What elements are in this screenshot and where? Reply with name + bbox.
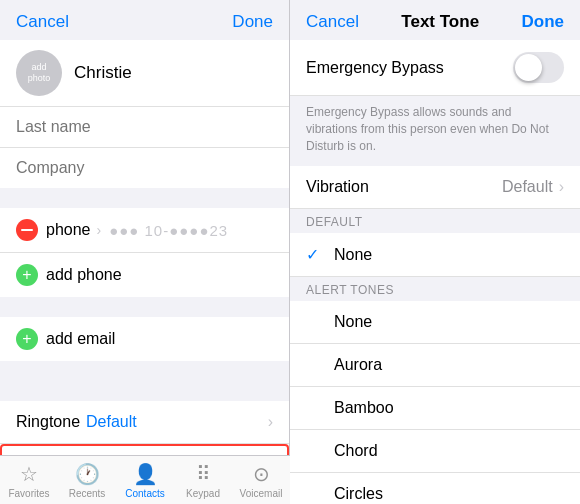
email-section: add email — [0, 317, 289, 361]
phone-number: ●●● 10-●●●●23 — [109, 222, 228, 239]
phone-label: phone — [46, 221, 91, 239]
done-button[interactable]: Done — [232, 12, 273, 32]
contact-first-name: Christie — [74, 63, 132, 83]
alert-tones-section-header: ALERT TONES — [290, 277, 580, 301]
default-section-header: DEFAULT — [290, 209, 580, 233]
ringtone-row[interactable]: Ringtone Default › — [0, 401, 289, 444]
tone-row-chord[interactable]: Chord — [290, 430, 580, 473]
ringtone-label: Ringtone — [16, 413, 80, 431]
alert-tone-list: None Aurora Bamboo Chord Circles Complet… — [290, 301, 580, 504]
ringtone-chevron: › — [268, 413, 273, 431]
tone-chord-label: Chord — [334, 442, 378, 460]
separator-1 — [0, 188, 289, 208]
add-photo-button[interactable]: add photo — [16, 50, 62, 96]
right-panel: Cancel Text Tone Done Emergency Bypass E… — [290, 0, 580, 504]
tab-voicemail[interactable]: ⊙ Voicemail — [232, 462, 290, 499]
keypad-label: Keypad — [186, 488, 220, 499]
contacts-icon: 👤 — [133, 462, 158, 486]
keypad-icon: ⠿ — [196, 462, 211, 486]
checkmark-icon: ✓ — [306, 245, 330, 264]
tab-bar: ☆ Favorites 🕐 Recents 👤 Contacts ⠿ Keypa… — [0, 455, 290, 504]
default-none-row[interactable]: ✓ None — [290, 233, 580, 277]
company-field[interactable] — [0, 147, 289, 188]
bypass-description: Emergency Bypass allows sounds and vibra… — [290, 96, 580, 166]
last-name-field[interactable] — [0, 106, 289, 147]
tone-circles-label: Circles — [334, 485, 383, 503]
contact-section: add photo Christie — [0, 40, 289, 188]
recents-label: Recents — [69, 488, 106, 499]
tab-recents[interactable]: 🕐 Recents — [58, 462, 116, 499]
separator-3 — [0, 361, 289, 381]
bypass-section: Emergency Bypass Emergency Bypass allows… — [290, 40, 580, 166]
right-header-title: Text Tone — [401, 12, 479, 32]
add-email-icon — [16, 328, 38, 350]
phone-row[interactable]: phone › ●●● 10-●●●●23 — [0, 208, 289, 253]
right-cancel-button[interactable]: Cancel — [306, 12, 359, 32]
voicemail-label: Voicemail — [240, 488, 283, 499]
favorites-label: Favorites — [8, 488, 49, 499]
bypass-label: Emergency Bypass — [306, 59, 444, 77]
cancel-button[interactable]: Cancel — [16, 12, 69, 32]
tone-row-bamboo[interactable]: Bamboo — [290, 387, 580, 430]
remove-phone-button[interactable] — [16, 219, 38, 241]
default-tone-list: ✓ None — [290, 233, 580, 277]
tone-row-none[interactable]: None — [290, 301, 580, 344]
toggle-knob — [515, 54, 542, 81]
ringtone-value: Default — [86, 413, 137, 431]
vibration-right: Default › — [502, 178, 564, 196]
default-none-label: None — [334, 246, 372, 264]
add-phone-icon — [16, 264, 38, 286]
separator-2 — [0, 297, 289, 317]
last-name-input[interactable] — [16, 118, 273, 136]
voicemail-icon: ⊙ — [253, 462, 270, 486]
tab-keypad[interactable]: ⠿ Keypad — [174, 462, 232, 499]
vibration-row[interactable]: Vibration Default › — [290, 166, 580, 209]
vibration-chevron: › — [559, 178, 564, 196]
company-input[interactable] — [16, 159, 273, 177]
right-header: Cancel Text Tone Done — [290, 0, 580, 40]
tab-favorites[interactable]: ☆ Favorites — [0, 462, 58, 499]
add-phone-row[interactable]: add phone — [0, 253, 289, 297]
add-photo-row: add photo Christie — [0, 40, 289, 106]
bypass-toggle[interactable] — [513, 52, 564, 83]
tone-aurora-label: Aurora — [334, 356, 382, 374]
add-phone-label: add phone — [46, 266, 122, 284]
bypass-row: Emergency Bypass — [290, 40, 580, 96]
favorites-icon: ☆ — [20, 462, 38, 486]
left-panel: Cancel Done add photo Christie — [0, 0, 290, 504]
phone-section: phone › ●●● 10-●●●●23 add phone — [0, 208, 289, 297]
tone-row-aurora[interactable]: Aurora — [290, 344, 580, 387]
tone-row-circles[interactable]: Circles — [290, 473, 580, 504]
left-header: Cancel Done — [0, 0, 289, 40]
tone-none-label: None — [334, 313, 372, 331]
tone-bamboo-label: Bamboo — [334, 399, 394, 417]
add-email-label: add email — [46, 330, 115, 348]
right-content: Emergency Bypass Emergency Bypass allows… — [290, 40, 580, 504]
contacts-label: Contacts — [125, 488, 164, 499]
recents-icon: 🕐 — [75, 462, 100, 486]
right-done-button[interactable]: Done — [522, 12, 565, 32]
add-email-row[interactable]: add email — [0, 317, 289, 361]
left-content: add photo Christie phone › ●●● 10-●●●●23 — [0, 40, 289, 504]
tab-contacts[interactable]: 👤 Contacts — [116, 462, 174, 499]
vibration-label: Vibration — [306, 178, 369, 196]
phone-arrow: › — [97, 222, 102, 238]
vibration-value: Default — [502, 178, 553, 196]
